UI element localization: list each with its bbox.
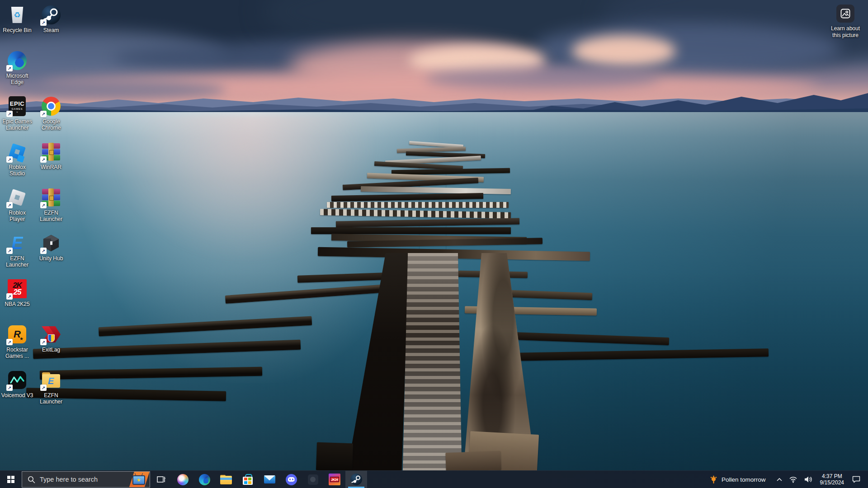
desktop-icon-label: EZFN Launcher xyxy=(1,255,33,268)
rockstar-icon: R ★ ↗ xyxy=(7,324,28,345)
desktop: ♻ Recycle Bin ↗ Steam ↗ Microsoft Edge xyxy=(0,0,868,488)
desktop-icon-label: Roblox Studio xyxy=(1,164,33,177)
network-status[interactable] xyxy=(787,471,800,488)
tray-chevron[interactable] xyxy=(774,471,785,488)
desktop-icon-exitlag[interactable]: ↗ ExitLag xyxy=(35,324,67,353)
learn-about-label: Learn about this picture xyxy=(828,25,863,39)
desktop-icon-label: Epic Games Launcher xyxy=(1,118,33,131)
exitlag-icon: ↗ xyxy=(41,324,61,345)
desktop-icon-label: Microsoft Edge xyxy=(1,73,33,85)
desktop-icon-label: Voicemod V3 xyxy=(1,392,33,399)
winrar-icon: ↗ xyxy=(41,141,61,162)
desktop-icon-voicemod[interactable]: ↗ Voicemod V3 xyxy=(1,370,33,399)
desktop-icon-microsoft-edge[interactable]: ↗ Microsoft Edge xyxy=(1,50,33,85)
pier-crossbeam xyxy=(33,340,301,359)
shortcut-arrow: ↗ xyxy=(40,339,47,345)
discord-button[interactable] xyxy=(280,471,302,488)
pier-crossbeam xyxy=(508,290,592,300)
pier-crossbeam xyxy=(40,367,262,380)
volume-status[interactable] xyxy=(802,471,815,488)
desktop-icon-unity-hub[interactable]: ↗ Unity Hub xyxy=(35,233,67,262)
shortcut-arrow: ↗ xyxy=(40,19,47,26)
weather-widget[interactable]: Pollen tomorrow xyxy=(707,471,772,488)
mail-button[interactable] xyxy=(259,471,280,488)
discord-icon xyxy=(286,474,297,485)
steam-icon xyxy=(350,474,362,485)
pier xyxy=(0,0,868,488)
nba2k24-button[interactable]: 2K24 xyxy=(324,471,345,488)
desktop-icon-label: Unity Hub xyxy=(35,255,67,262)
recycle-bin-icon: ♻ xyxy=(7,5,28,25)
desktop-icon-roblox-player[interactable]: ↗ Roblox Player xyxy=(1,187,33,222)
desktop-icon-label: Recycle Bin xyxy=(1,27,33,33)
edge-taskbar-button[interactable] xyxy=(193,471,215,488)
wifi-icon xyxy=(789,476,797,483)
desktop-icon-nba2k25[interactable]: 2K 25 ↗ NBA 2K25 xyxy=(1,278,33,307)
pier-crossbeam xyxy=(99,316,312,337)
start-button[interactable] xyxy=(0,471,22,488)
desktop-icon-rockstar[interactable]: R ★ ↗ Rockstar Games ... xyxy=(1,324,33,359)
search-icon xyxy=(28,476,35,483)
learn-about-picture[interactable]: Learn about this picture xyxy=(828,5,863,39)
roblox-studio-icon: ↗ xyxy=(7,141,28,162)
windows-logo-icon xyxy=(7,476,14,483)
desktop-icon-google-chrome[interactable]: ↗ Google Chrome xyxy=(35,96,67,131)
search-highlight-badge[interactable]: ★ xyxy=(125,472,150,487)
desktop-icon-winrar[interactable]: ↗ WinRAR xyxy=(35,141,67,170)
shortcut-arrow: ↗ xyxy=(6,202,13,208)
desktop-icon-epic-games[interactable]: EPIC GAMES ⌄ ↗ Epic Games Launcher xyxy=(1,96,33,131)
mail-icon xyxy=(264,475,275,483)
epic-games-icon: EPIC GAMES ⌄ ↗ xyxy=(7,96,28,117)
taskbar: Type here to search ★ xyxy=(0,470,868,488)
shortcut-arrow: ↗ xyxy=(6,65,13,71)
shortcut-arrow: ↗ xyxy=(40,202,47,208)
taskbar-search[interactable]: Type here to search ★ xyxy=(22,471,150,488)
file-explorer-icon xyxy=(220,475,232,484)
tv-star-icon: ★ xyxy=(132,475,145,485)
ezfn-folder-icon: E ↗ xyxy=(41,370,61,390)
task-view-button[interactable] xyxy=(150,471,172,488)
notification-bubble-icon xyxy=(852,475,861,483)
shortcut-arrow: ↗ xyxy=(6,385,13,391)
file-explorer-button[interactable] xyxy=(215,471,237,488)
task-view-icon xyxy=(156,474,166,485)
desktop-icon-ezfn-launcher[interactable]: E ↗ EZFN Launcher xyxy=(1,233,33,268)
pier-serrated-rail xyxy=(327,202,509,208)
wallpaper xyxy=(0,0,868,488)
desktop-icon-steam[interactable]: ↗ Steam xyxy=(35,5,67,33)
desktop-icon-label: Steam xyxy=(35,27,67,33)
edge-icon: ↗ xyxy=(7,50,28,71)
shortcut-arrow: ↗ xyxy=(40,385,47,391)
shortcut-arrow: ↗ xyxy=(6,339,13,345)
desktop-icon-ezfn-folder[interactable]: E ↗ EZFN Launcher xyxy=(35,370,67,405)
microsoft-store-icon xyxy=(243,474,253,485)
shortcut-arrow: ↗ xyxy=(6,293,13,300)
microsoft-store-button[interactable] xyxy=(237,471,259,488)
weather-label: Pollen tomorrow xyxy=(722,476,766,483)
pollen-icon xyxy=(709,475,718,484)
system-tray: Pollen tomorrow xyxy=(707,471,868,488)
chevron-up-icon xyxy=(776,477,783,482)
picture-icon xyxy=(836,5,854,23)
shortcut-arrow: ↗ xyxy=(6,111,13,117)
taskbar-clock[interactable]: 4:37 PM 9/15/2024 xyxy=(816,471,848,488)
shortcut-arrow: ↗ xyxy=(40,111,47,117)
desktop-icon-recycle-bin[interactable]: ♻ Recycle Bin xyxy=(1,5,33,33)
steam-icon: ↗ xyxy=(41,5,61,25)
desktop-icon-ezfn-rar[interactable]: ↗ EZFN Launcher xyxy=(35,187,67,222)
desktop-icon-roblox-studio[interactable]: ↗ Roblox Studio xyxy=(1,141,33,177)
faded-app-button[interactable] xyxy=(302,471,324,488)
pier-plank xyxy=(316,442,353,472)
search-placeholder: Type here to search xyxy=(40,476,98,483)
desktop-icon-label: EZFN Launcher xyxy=(35,392,67,405)
ezfn-e-icon: E ↗ xyxy=(7,233,28,253)
chrome-icon: ↗ xyxy=(41,96,61,117)
edge-icon xyxy=(199,474,210,485)
steam-taskbar-button[interactable] xyxy=(345,471,367,488)
pier-plank xyxy=(331,193,483,202)
desktop-icon-label: WinRAR xyxy=(35,164,67,170)
nba2k24-icon: 2K24 xyxy=(329,474,340,485)
action-center-button[interactable] xyxy=(849,471,865,488)
clock-time: 4:37 PM xyxy=(822,473,842,479)
copilot-button[interactable] xyxy=(172,471,193,488)
